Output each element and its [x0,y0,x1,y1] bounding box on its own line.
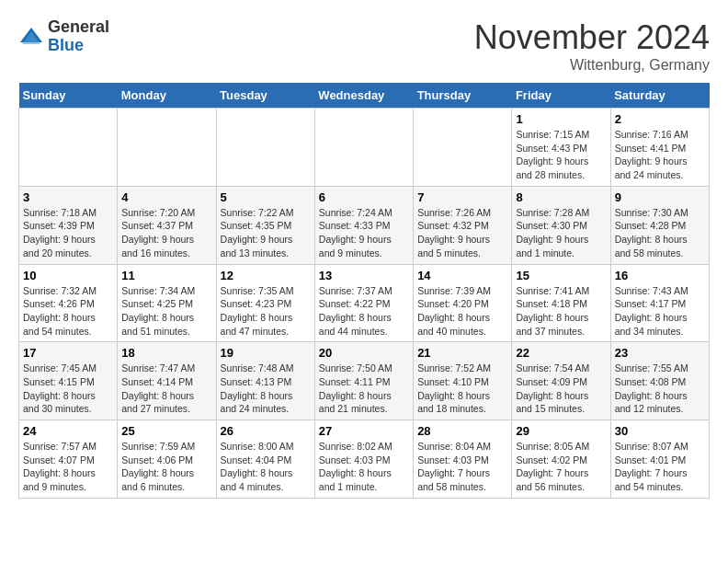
day-info: Sunrise: 7:34 AM Sunset: 4:25 PM Dayligh… [121,284,211,339]
calendar-week-0: 1Sunrise: 7:15 AM Sunset: 4:43 PM Daylig… [19,109,710,187]
calendar-week-2: 10Sunrise: 7:32 AM Sunset: 4:26 PM Dayli… [19,264,710,342]
day-number: 12 [221,269,311,282]
calendar-cell [216,109,314,187]
day-info: Sunrise: 7:43 AM Sunset: 4:17 PM Dayligh… [615,284,705,339]
day-number: 19 [221,346,311,360]
day-number: 23 [615,346,705,360]
calendar-cell: 11Sunrise: 7:34 AM Sunset: 4:25 PM Dayli… [118,264,216,342]
day-info: Sunrise: 7:52 AM Sunset: 4:10 PM Dayligh… [417,362,507,416]
day-number: 27 [319,424,409,438]
calendar-cell: 7Sunrise: 7:26 AM Sunset: 4:32 PM Daylig… [414,186,512,264]
header-saturday: Saturday [610,83,709,109]
calendar-table: SundayMondayTuesdayWednesdayThursdayFrid… [18,83,710,499]
logo-text: General Blue [48,18,109,55]
calendar-cell: 5Sunrise: 7:22 AM Sunset: 4:35 PM Daylig… [216,186,314,264]
calendar-cell: 18Sunrise: 7:47 AM Sunset: 4:14 PM Dayli… [118,342,216,420]
calendar-cell: 21Sunrise: 7:52 AM Sunset: 4:10 PM Dayli… [414,342,512,420]
day-info: Sunrise: 7:18 AM Sunset: 4:39 PM Dayligh… [23,206,113,260]
calendar-cell: 15Sunrise: 7:41 AM Sunset: 4:18 PM Dayli… [512,264,610,342]
day-info: Sunrise: 7:20 AM Sunset: 4:37 PM Dayligh… [121,206,211,260]
day-info: Sunrise: 7:15 AM Sunset: 4:43 PM Dayligh… [516,128,606,182]
calendar-body: 1Sunrise: 7:15 AM Sunset: 4:43 PM Daylig… [19,109,710,499]
day-number: 24 [23,424,113,438]
day-number: 30 [615,424,705,438]
day-number: 7 [417,190,507,204]
calendar-cell: 27Sunrise: 8:02 AM Sunset: 4:03 PM Dayli… [314,420,413,499]
header-wednesday: Wednesday [314,83,413,109]
day-info: Sunrise: 7:16 AM Sunset: 4:41 PM Dayligh… [615,128,705,182]
day-number: 20 [319,346,409,360]
calendar-cell: 30Sunrise: 8:07 AM Sunset: 4:01 PM Dayli… [610,420,709,499]
day-info: Sunrise: 7:59 AM Sunset: 4:06 PM Dayligh… [121,440,211,494]
calendar-cell: 19Sunrise: 7:48 AM Sunset: 4:13 PM Dayli… [216,342,314,420]
day-info: Sunrise: 7:39 AM Sunset: 4:20 PM Dayligh… [417,284,507,339]
day-number: 28 [417,424,507,438]
day-info: Sunrise: 7:30 AM Sunset: 4:28 PM Dayligh… [615,206,705,260]
header-thursday: Thursday [414,83,512,109]
day-info: Sunrise: 7:35 AM Sunset: 4:23 PM Dayligh… [221,284,311,339]
calendar-cell: 24Sunrise: 7:57 AM Sunset: 4:07 PM Dayli… [19,420,118,499]
day-number: 6 [319,190,409,204]
calendar-cell: 25Sunrise: 7:59 AM Sunset: 4:06 PM Dayli… [118,420,216,499]
day-number: 11 [121,269,211,282]
day-info: Sunrise: 7:41 AM Sunset: 4:18 PM Dayligh… [516,284,606,339]
day-number: 14 [417,269,507,282]
day-info: Sunrise: 7:57 AM Sunset: 4:07 PM Dayligh… [23,440,113,494]
calendar-week-1: 3Sunrise: 7:18 AM Sunset: 4:39 PM Daylig… [19,186,710,264]
day-number: 5 [221,190,311,204]
day-info: Sunrise: 8:02 AM Sunset: 4:03 PM Dayligh… [319,440,409,494]
calendar-cell [414,109,512,187]
day-number: 25 [121,424,211,438]
header-tuesday: Tuesday [216,83,314,109]
day-info: Sunrise: 7:22 AM Sunset: 4:35 PM Dayligh… [221,206,311,260]
location-title: Wittenburg, Germany [474,57,710,74]
day-info: Sunrise: 8:00 AM Sunset: 4:04 PM Dayligh… [221,440,311,494]
header-monday: Monday [118,83,216,109]
calendar-cell: 6Sunrise: 7:24 AM Sunset: 4:33 PM Daylig… [314,186,413,264]
day-info: Sunrise: 7:54 AM Sunset: 4:09 PM Dayligh… [516,362,606,416]
day-info: Sunrise: 7:26 AM Sunset: 4:32 PM Dayligh… [417,206,507,260]
day-number: 8 [516,190,606,204]
day-info: Sunrise: 8:04 AM Sunset: 4:03 PM Dayligh… [417,440,507,494]
day-info: Sunrise: 7:28 AM Sunset: 4:30 PM Dayligh… [516,206,606,260]
calendar-cell: 9Sunrise: 7:30 AM Sunset: 4:28 PM Daylig… [610,186,709,264]
day-number: 16 [615,269,705,282]
day-number: 17 [23,346,113,360]
day-info: Sunrise: 7:48 AM Sunset: 4:13 PM Dayligh… [221,362,311,416]
logo-general: General [48,18,109,37]
header-sunday: Sunday [19,83,118,109]
day-info: Sunrise: 7:24 AM Sunset: 4:33 PM Dayligh… [319,206,409,260]
day-info: Sunrise: 7:45 AM Sunset: 4:15 PM Dayligh… [23,362,113,416]
page-header: General Blue November 2024 Wittenburg, G… [18,18,710,74]
calendar-cell [19,109,118,187]
day-number: 3 [23,190,113,204]
calendar-cell: 17Sunrise: 7:45 AM Sunset: 4:15 PM Dayli… [19,342,118,420]
day-info: Sunrise: 7:47 AM Sunset: 4:14 PM Dayligh… [121,362,211,416]
calendar-cell: 10Sunrise: 7:32 AM Sunset: 4:26 PM Dayli… [19,264,118,342]
calendar-cell: 23Sunrise: 7:55 AM Sunset: 4:08 PM Dayli… [610,342,709,420]
calendar-cell: 16Sunrise: 7:43 AM Sunset: 4:17 PM Dayli… [610,264,709,342]
logo: General Blue [18,18,109,55]
calendar-header-row: SundayMondayTuesdayWednesdayThursdayFrid… [19,83,710,109]
calendar-cell: 13Sunrise: 7:37 AM Sunset: 4:22 PM Dayli… [314,264,413,342]
calendar-cell: 4Sunrise: 7:20 AM Sunset: 4:37 PM Daylig… [118,186,216,264]
calendar-week-4: 24Sunrise: 7:57 AM Sunset: 4:07 PM Dayli… [19,420,710,499]
calendar-cell [118,109,216,187]
month-title: November 2024 [474,18,710,57]
calendar-cell: 2Sunrise: 7:16 AM Sunset: 4:41 PM Daylig… [610,109,709,187]
calendar-cell [314,109,413,187]
calendar-cell: 12Sunrise: 7:35 AM Sunset: 4:23 PM Dayli… [216,264,314,342]
day-number: 13 [319,269,409,282]
day-number: 4 [121,190,211,204]
calendar-cell: 28Sunrise: 8:04 AM Sunset: 4:03 PM Dayli… [414,420,512,499]
day-number: 21 [417,346,507,360]
calendar-cell: 3Sunrise: 7:18 AM Sunset: 4:39 PM Daylig… [19,186,118,264]
day-info: Sunrise: 8:05 AM Sunset: 4:02 PM Dayligh… [516,440,606,494]
day-number: 26 [221,424,311,438]
calendar-cell: 20Sunrise: 7:50 AM Sunset: 4:11 PM Dayli… [314,342,413,420]
day-number: 10 [23,269,113,282]
day-number: 1 [516,112,606,126]
logo-icon [18,24,44,50]
day-info: Sunrise: 8:07 AM Sunset: 4:01 PM Dayligh… [615,440,705,494]
day-number: 15 [516,269,606,282]
